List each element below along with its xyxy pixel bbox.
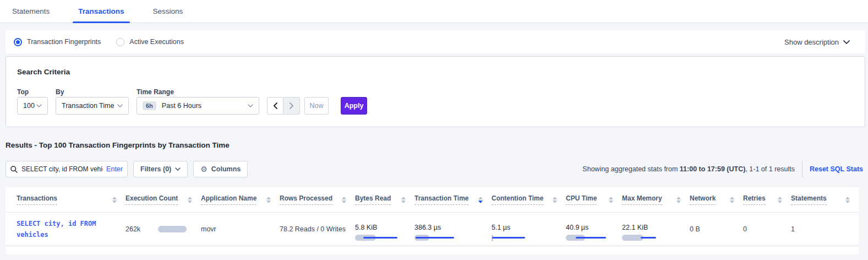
statements-cell: 1 bbox=[791, 225, 859, 233]
aggregated-stats-text: Showing aggregated stats from 11:00 to 1… bbox=[582, 165, 795, 173]
now-button[interactable]: Now bbox=[304, 97, 329, 115]
sort-icon[interactable] bbox=[188, 197, 192, 203]
reset-sql-stats-link[interactable]: Reset SQL Stats bbox=[810, 165, 863, 173]
time-nav-group bbox=[267, 97, 300, 115]
column-header-max-memory[interactable]: Max Memory bbox=[622, 194, 690, 205]
results-heading: Results - Top 100 Transaction Fingerprin… bbox=[6, 141, 230, 149]
column-header-network[interactable]: Network bbox=[690, 194, 743, 205]
sort-icon[interactable] bbox=[730, 197, 734, 203]
filters-label: Filters (0) bbox=[140, 165, 171, 173]
column-header-retries[interactable]: Retries bbox=[743, 194, 791, 205]
bytes-read-value: 5.8 KiB bbox=[355, 224, 409, 231]
filters-button[interactable]: Filters (0) bbox=[133, 161, 188, 177]
column-header-cpu-time[interactable]: CPU Time bbox=[566, 194, 622, 205]
sort-icon[interactable] bbox=[266, 197, 271, 203]
max-memory-value: 22.1 KiB bbox=[622, 224, 684, 231]
execution-count-value: 262k bbox=[125, 225, 140, 233]
column-header-application-name[interactable]: Application Name bbox=[201, 194, 280, 205]
contention-time-cell: 5.1 µs bbox=[492, 224, 566, 235]
chevron-down-icon bbox=[36, 104, 42, 107]
radio-unselected-icon bbox=[116, 38, 124, 46]
radio-label: Active Executions bbox=[129, 38, 184, 46]
vertical-divider bbox=[802, 161, 803, 177]
chevron-left-icon bbox=[273, 102, 277, 109]
search-criteria-card: Search Criteria Top 100 By Transaction T… bbox=[6, 56, 865, 127]
apply-button[interactable]: Apply bbox=[341, 97, 367, 115]
sort-icon[interactable] bbox=[778, 197, 782, 203]
sort-icon[interactable] bbox=[609, 197, 613, 203]
cpu-time-cell: 40.9 µs bbox=[566, 224, 622, 235]
execution-count-cell: 262k bbox=[125, 225, 201, 233]
table-header-row: Transactions Execution Count Application… bbox=[6, 187, 859, 213]
by-select[interactable]: Transaction Time bbox=[56, 97, 129, 115]
bytes-read-cell: 5.8 KiB bbox=[355, 224, 414, 235]
column-header-contention-time[interactable]: Contention Time bbox=[492, 194, 566, 205]
search-icon bbox=[10, 166, 18, 173]
top-select[interactable]: 100 bbox=[17, 97, 48, 115]
stats-summary: Showing aggregated stats from 11:00 to 1… bbox=[582, 161, 865, 177]
search-input[interactable] bbox=[21, 165, 103, 173]
chevron-down-icon bbox=[175, 167, 181, 171]
top-select-value: 100 bbox=[23, 102, 35, 110]
table-row: SELECT city, id FROM vehicles 262k movr … bbox=[6, 213, 859, 246]
cpu-time-value: 40.9 µs bbox=[566, 224, 616, 231]
gear-icon: ⚙ bbox=[200, 165, 208, 173]
column-header-transaction-time[interactable]: Transaction Time bbox=[414, 194, 492, 205]
max-memory-cell: 22.1 KiB bbox=[622, 224, 690, 235]
column-header-transactions[interactable]: Transactions bbox=[17, 194, 125, 205]
time-range-badge: 6h bbox=[143, 101, 156, 110]
top-tab-bar: Statements Transactions Sessions bbox=[0, 0, 868, 23]
chevron-down-icon bbox=[248, 104, 253, 107]
radio-transaction-fingerprints[interactable]: Transaction Fingerprints bbox=[14, 38, 101, 46]
top-label: Top bbox=[17, 88, 29, 96]
chevron-down-icon bbox=[117, 104, 123, 107]
radio-active-executions[interactable]: Active Executions bbox=[116, 38, 184, 46]
tab-transactions[interactable]: Transactions bbox=[73, 0, 129, 23]
application-name-cell: movr bbox=[201, 225, 280, 233]
radio-selected-icon bbox=[14, 38, 22, 46]
enter-button[interactable]: Enter bbox=[103, 165, 123, 173]
next-time-button[interactable] bbox=[283, 97, 300, 115]
sort-icon[interactable] bbox=[401, 197, 406, 203]
column-header-execution-count[interactable]: Execution Count bbox=[125, 194, 201, 205]
retries-cell: 0 bbox=[743, 225, 791, 233]
rows-processed-cell: 78.2 Reads / 0 Writes bbox=[280, 225, 355, 233]
by-label: By bbox=[56, 88, 64, 96]
tab-statements[interactable]: Statements bbox=[7, 0, 55, 23]
column-header-statements[interactable]: Statements bbox=[791, 194, 859, 205]
column-header-rows-processed[interactable]: Rows Processed bbox=[280, 194, 355, 205]
transaction-time-value: 386.3 µs bbox=[414, 224, 486, 231]
chevron-down-icon bbox=[843, 40, 850, 44]
view-mode-band: Transaction Fingerprints Active Executio… bbox=[6, 30, 865, 53]
chevron-right-icon bbox=[290, 102, 294, 109]
search-criteria-title: Search Criteria bbox=[17, 68, 70, 76]
contention-time-value: 5.1 µs bbox=[492, 224, 560, 231]
show-description-label: Show description bbox=[784, 38, 839, 46]
results-controls: Enter Filters (0) ⚙ Columns Showing aggr… bbox=[6, 161, 865, 177]
sort-icon[interactable] bbox=[112, 197, 117, 203]
execution-count-bar bbox=[158, 226, 191, 232]
network-cell: 0 B bbox=[690, 225, 743, 233]
sort-icon[interactable] bbox=[553, 197, 557, 203]
sort-icon[interactable] bbox=[845, 197, 850, 203]
radio-label: Transaction Fingerprints bbox=[27, 38, 101, 46]
sort-icon[interactable] bbox=[342, 197, 346, 203]
time-range-value: Past 6 Hours bbox=[162, 102, 201, 110]
show-description-toggle[interactable]: Show description bbox=[784, 38, 850, 46]
tab-sessions[interactable]: Sessions bbox=[148, 0, 189, 23]
sort-icon[interactable] bbox=[676, 197, 681, 203]
column-header-bytes-read[interactable]: Bytes Read bbox=[355, 194, 414, 205]
time-range-select[interactable]: 6h Past 6 Hours bbox=[137, 97, 259, 115]
by-select-value: Transaction Time bbox=[62, 102, 114, 110]
previous-time-button[interactable] bbox=[267, 97, 283, 115]
transaction-time-cell: 386.3 µs bbox=[414, 224, 492, 235]
transactions-table: Transactions Execution Count Application… bbox=[6, 187, 859, 254]
columns-button[interactable]: ⚙ Columns bbox=[193, 161, 248, 177]
search-box[interactable]: Enter bbox=[6, 161, 128, 177]
columns-label: Columns bbox=[211, 165, 241, 173]
sort-icon[interactable] bbox=[478, 197, 483, 203]
time-range-label: Time Range bbox=[137, 88, 174, 96]
transaction-fingerprint-link[interactable]: SELECT city, id FROM vehicles bbox=[17, 220, 96, 239]
